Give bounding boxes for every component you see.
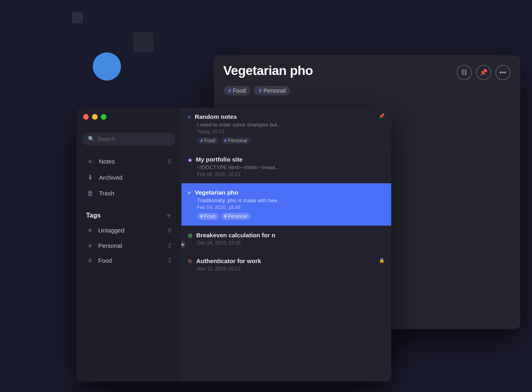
trash-icon: 🗑 bbox=[86, 190, 94, 197]
traffic-lights bbox=[83, 114, 106, 120]
note-chip-personal: # Personal bbox=[221, 137, 250, 144]
note-chip-food: # Food bbox=[197, 137, 219, 144]
note-detail-actions: ⛓ 📌 ••• bbox=[457, 65, 511, 80]
note-detail-title: Vegetarian pho bbox=[223, 63, 313, 78]
sidebar-nav: ≡ Notes 5 ⬇ Archived 🗑 Trash bbox=[77, 153, 181, 208]
note-item-authenticator[interactable]: ↻ Authenticator for work 🔒 Nov 11, 2019,… bbox=[182, 252, 391, 278]
app-wrapper: Vegetarian pho ⛓ 📌 ••• # Food # Personal… bbox=[44, 35, 488, 357]
main-window: 🔍 Search ≡ Notes 5 ⬇ Archived 🗑 Trash bbox=[77, 108, 391, 382]
active-chip-personal: # Personal bbox=[221, 213, 250, 220]
maximize-button[interactable] bbox=[101, 114, 106, 120]
note-item-vegetarian-pho[interactable]: ≡ Vegetarian pho Traditionally, pho is m… bbox=[182, 183, 391, 226]
attachment-button[interactable]: ⛓ bbox=[457, 65, 472, 80]
add-tag-button[interactable]: + bbox=[167, 211, 171, 220]
note-lines-icon-active: ≡ bbox=[188, 190, 191, 196]
search-icon: 🔍 bbox=[88, 136, 94, 142]
note-code-icon: ◆ bbox=[188, 157, 192, 163]
note-item-random-notes[interactable]: ≡ Random notes 📌 I need to order some sh… bbox=[182, 108, 391, 150]
untagged-icon: ✳ bbox=[86, 227, 94, 234]
note-detail-titlebar: Vegetarian pho ⛓ 📌 ••• bbox=[214, 55, 520, 86]
note-detail-tags: # Food # Personal bbox=[214, 86, 520, 101]
note-item-breakeven[interactable]: ⊞ Breakeven calculation for n Dec 24, 20… bbox=[182, 226, 391, 252]
note-table-icon: ⊞ bbox=[188, 232, 192, 239]
tags-section-header: Tags + bbox=[80, 208, 178, 223]
sidebar-tag-food[interactable]: # Food 2 bbox=[80, 253, 178, 268]
active-chip-food: # Food bbox=[197, 213, 219, 220]
close-button[interactable] bbox=[83, 114, 89, 120]
search-input[interactable]: 🔍 Search bbox=[82, 133, 175, 145]
personal-tag-icon: # bbox=[86, 242, 94, 249]
notes-icon: ≡ bbox=[86, 158, 94, 165]
sidebar-item-notes[interactable]: ≡ Notes 5 bbox=[80, 154, 178, 169]
more-button[interactable]: ••• bbox=[495, 65, 511, 80]
sidebar: 🔍 Search ≡ Notes 5 ⬇ Archived 🗑 Trash bbox=[77, 108, 182, 382]
decorative-rect2 bbox=[72, 12, 83, 23]
note-detail-tag-personal[interactable]: # Personal bbox=[254, 86, 290, 95]
lock-icon: 🔒 bbox=[379, 257, 385, 263]
note-detail-tag-food[interactable]: # Food bbox=[223, 86, 251, 95]
pin-button[interactable]: 📌 bbox=[476, 65, 491, 80]
food-tag-icon: # bbox=[86, 257, 94, 264]
notes-list-panel: ◀▶ ≡ Random notes 📌 I need to order some… bbox=[182, 108, 391, 382]
minimize-button[interactable] bbox=[92, 114, 98, 120]
note-item-portfolio[interactable]: ◆ My portfolio site <!DOCTYPE html> <htm… bbox=[182, 150, 391, 183]
note-lines-icon: ≡ bbox=[188, 114, 191, 120]
sidebar-item-archived[interactable]: ⬇ Archived bbox=[80, 170, 178, 185]
pin-icon: 📌 bbox=[379, 113, 385, 119]
sidebar-tag-personal[interactable]: # Personal 2 bbox=[80, 239, 178, 253]
sidebar-tag-untagged[interactable]: ✳ Untagged 8 bbox=[80, 223, 178, 238]
note-spinner-icon: ↻ bbox=[188, 258, 192, 264]
archived-icon: ⬇ bbox=[86, 174, 94, 181]
sidebar-item-trash[interactable]: 🗑 Trash bbox=[80, 186, 178, 201]
